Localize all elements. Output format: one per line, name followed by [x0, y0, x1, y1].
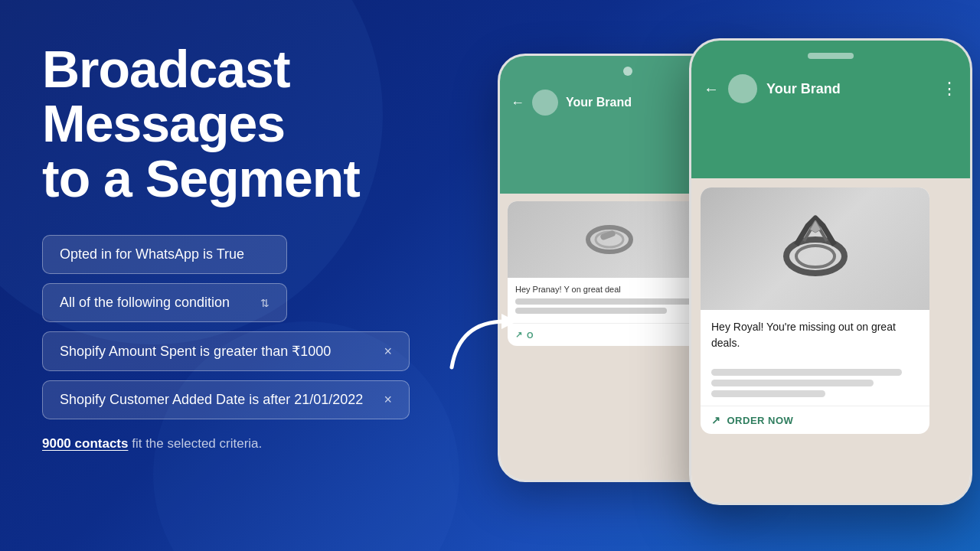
headline-line2: Messages [42, 94, 285, 152]
close-condition3-button[interactable]: × [384, 344, 392, 360]
svg-point-5 [796, 246, 835, 267]
condition-select-dropdown[interactable]: All of the following condition ⇅ [42, 283, 287, 322]
chat-text-front: Hey Royal! You're missing out on great d… [701, 310, 929, 360]
back-arrow-icon-front: ← [704, 80, 719, 98]
left-panel: Broadcast Messages to a Segment Opted in… [0, 0, 475, 551]
chat-message-front: Hey Royal! You're missing out on great d… [711, 321, 896, 349]
phone-front-body: Hey Royal! You're missing out on great d… [691, 178, 970, 503]
headline-line1: Broadcast [42, 40, 290, 98]
order-now-back: ↗ O [508, 323, 712, 346]
skeleton-back-2 [515, 308, 667, 314]
phone-front-titlebar: ← Your Brand ⋮ [691, 70, 970, 108]
headline: Broadcast Messages to a Segment [42, 42, 436, 206]
chevron-updown-icon: ⇅ [260, 297, 270, 309]
chat-image-back [508, 201, 712, 278]
contacts-count[interactable]: 9000 contacts [42, 436, 128, 451]
right-panel: ← Your Brand ⋮ [475, 0, 980, 551]
chat-bubble-back: Hey Pranay! Y on great deal ↗ O [508, 201, 712, 346]
condition-optin-badge: Opted in for WhatsApp is True [42, 235, 287, 274]
back-arrow-icon: ← [511, 95, 524, 111]
order-now-label-front: ORDER NOW [727, 415, 794, 426]
contacts-suffix: fit the selected criteria. [132, 436, 262, 451]
curved-arrow-icon [444, 306, 536, 383]
external-link-icon-front: ↗ [711, 414, 721, 426]
chat-text-back: Hey Pranay! Y on great deal [508, 278, 712, 323]
phone-back-notch [623, 67, 632, 76]
skeleton-front-2 [711, 380, 874, 386]
condition-select-label: All of the following condition [60, 295, 230, 311]
phone-front: ← Your Brand ⋮ [689, 38, 972, 505]
skeleton-front-3 [711, 390, 825, 397]
skeleton-front-1 [711, 369, 902, 376]
phone-front-notch [808, 53, 854, 59]
contacts-summary: 9000 contacts fit the selected criteria. [42, 436, 436, 452]
arrow-container [444, 306, 536, 386]
phone-front-brand: Your Brand [766, 81, 932, 97]
order-now-front[interactable]: ↗ ORDER NOW [701, 406, 929, 434]
svg-marker-0 [501, 314, 517, 329]
more-options-icon-front: ⋮ [941, 79, 958, 99]
headline-line3: to a Segment [42, 149, 360, 207]
condition-amount-label: Shopify Amount Spent is greater than ₹10… [60, 343, 331, 360]
chat-image-front [701, 187, 929, 310]
chat-preview-back: Hey Pranay! Y on great deal [515, 285, 621, 294]
condition-date-label: Shopify Customer Added Date is after 21/… [60, 392, 363, 408]
ring-image-back [579, 209, 640, 270]
main-container: Broadcast Messages to a Segment Opted in… [0, 0, 980, 551]
conditions-area: Opted in for WhatsApp is True All of the… [42, 235, 436, 419]
condition-amount-badge: Shopify Amount Spent is greater than ₹10… [42, 331, 410, 371]
avatar-back [532, 90, 558, 116]
phone-front-header: ← Your Brand ⋮ [691, 41, 970, 178]
condition-optin-label: Opted in for WhatsApp is True [60, 246, 244, 262]
chat-bubble-front: Hey Royal! You're missing out on great d… [701, 187, 929, 434]
close-condition4-button[interactable]: × [384, 392, 392, 408]
condition-date-badge: Shopify Customer Added Date is after 21/… [42, 380, 410, 419]
ring-image-front [766, 199, 865, 298]
skeleton-back-1 [515, 298, 695, 305]
avatar-front [728, 74, 757, 103]
